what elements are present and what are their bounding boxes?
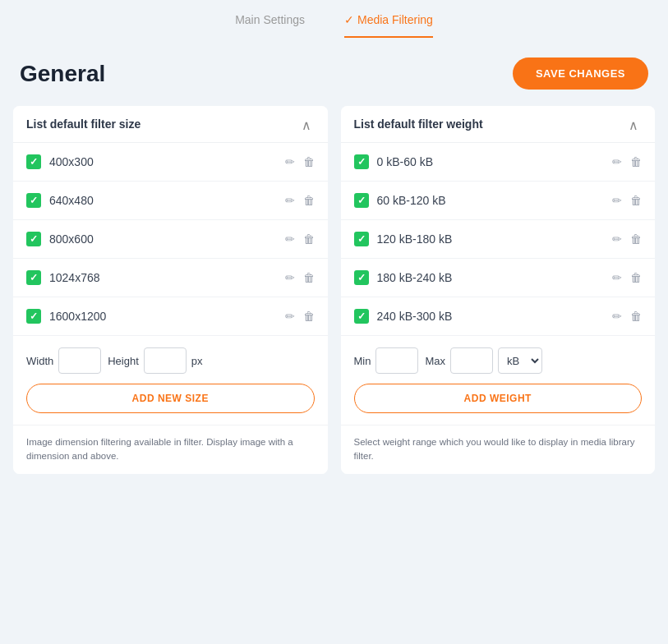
add-weight-button[interactable]: ADD WEIGHT	[354, 384, 643, 413]
weight-item-0: 0 kB-60 kB ✏ 🗑	[341, 143, 656, 182]
weight-item-actions-3: ✏ 🗑	[612, 271, 642, 284]
size-panel-header: List default filter size ∧	[13, 106, 328, 143]
weight-item-delete-icon-1[interactable]: 🗑	[630, 194, 642, 207]
height-label: Height	[108, 355, 139, 367]
weight-item-edit-icon-3[interactable]: ✏	[612, 271, 622, 284]
weight-add-row: Min Max kB MB ADD WEIGHT	[341, 335, 656, 425]
weight-item-label-1: 60 kB-120 kB	[377, 194, 446, 207]
size-item-edit-icon-1[interactable]: ✏	[285, 194, 295, 207]
size-panel: List default filter size ∧ 400x300 ✏ 🗑 6…	[13, 106, 328, 474]
size-item-edit-icon-0[interactable]: ✏	[285, 155, 295, 168]
weight-item-checkbox-0[interactable]	[354, 154, 369, 169]
min-input-group: Min	[354, 347, 419, 374]
size-item-left-2: 800x600	[26, 232, 94, 246]
size-item-label-3: 1024x768	[49, 271, 100, 284]
weight-panel: List default filter weight ∧ 0 kB-60 kB …	[341, 106, 656, 474]
size-unit-label: px	[191, 355, 203, 367]
weight-item-label-0: 0 kB-60 kB	[377, 155, 433, 168]
weight-item-delete-icon-0[interactable]: 🗑	[630, 155, 642, 168]
weight-item-left-0: 0 kB-60 kB	[354, 154, 433, 169]
tab-main-settings-label: Main Settings	[235, 13, 305, 26]
size-item-checkbox-4[interactable]	[26, 309, 41, 324]
size-item-delete-icon-2[interactable]: 🗑	[303, 232, 315, 246]
size-item-edit-icon-2[interactable]: ✏	[285, 232, 295, 246]
weight-item-actions-1: ✏ 🗑	[612, 194, 642, 207]
weight-item-checkbox-4[interactable]	[354, 309, 369, 324]
weight-item-2: 120 kB-180 kB ✏ 🗑	[341, 220, 656, 259]
weight-item-edit-icon-2[interactable]: ✏	[612, 232, 622, 246]
weight-item-label-3: 180 kB-240 kB	[377, 271, 453, 284]
max-input-group: Max kB MB	[425, 347, 542, 374]
weight-item-left-3: 180 kB-240 kB	[354, 270, 453, 285]
max-input[interactable]	[450, 347, 493, 374]
size-item-checkbox-0[interactable]	[26, 154, 41, 169]
tab-media-filtering-label: Media Filtering	[357, 13, 433, 26]
size-item-1: 640x480 ✏ 🗑	[13, 182, 328, 220]
weight-item-edit-icon-1[interactable]: ✏	[612, 194, 622, 207]
size-item-actions-0: ✏ 🗑	[285, 155, 315, 168]
weight-item-checkbox-1[interactable]	[354, 193, 369, 208]
size-item-delete-icon-4[interactable]: 🗑	[303, 310, 315, 323]
size-item-4: 1600x1200 ✏ 🗑	[13, 297, 328, 335]
size-item-label-4: 1600x1200	[49, 310, 106, 323]
weight-item-delete-icon-4[interactable]: 🗑	[630, 310, 642, 323]
size-item-checkbox-1[interactable]	[26, 193, 41, 208]
top-navigation: Main Settings ✓Media Filtering	[0, 0, 668, 38]
size-item-2: 800x600 ✏ 🗑	[13, 220, 328, 259]
size-inputs-row: Width Height px	[26, 347, 315, 374]
weight-item-edit-icon-0[interactable]: ✏	[612, 155, 622, 168]
main-content: List default filter size ∧ 400x300 ✏ 🗑 6…	[0, 106, 668, 487]
height-input[interactable]	[144, 347, 187, 374]
tab-media-filtering[interactable]: ✓Media Filtering	[344, 13, 433, 38]
width-input[interactable]	[58, 347, 101, 374]
weight-item-checkbox-2[interactable]	[354, 232, 369, 246]
size-panel-collapse-icon[interactable]: ∧	[302, 117, 315, 131]
size-item-actions-1: ✏ 🗑	[285, 194, 315, 207]
page-title: General	[20, 61, 105, 87]
size-item-3: 1024x768 ✏ 🗑	[13, 259, 328, 297]
weight-item-left-2: 120 kB-180 kB	[354, 232, 453, 246]
weight-item-1: 60 kB-120 kB ✏ 🗑	[341, 182, 656, 220]
check-icon: ✓	[344, 13, 354, 26]
weight-panel-header: List default filter weight ∧	[341, 106, 656, 143]
weight-item-label-4: 240 kB-300 kB	[377, 310, 453, 323]
add-size-button[interactable]: ADD NEW SIZE	[26, 384, 315, 413]
size-item-left-1: 640x480	[26, 193, 94, 208]
size-panel-title: List default filter size	[26, 117, 141, 131]
save-changes-button[interactable]: SAVE CHANGES	[513, 58, 648, 90]
tab-main-settings[interactable]: Main Settings	[235, 13, 305, 38]
weight-item-actions-0: ✏ 🗑	[612, 155, 642, 168]
min-label: Min	[354, 355, 371, 367]
weight-item-left-4: 240 kB-300 kB	[354, 309, 453, 324]
height-input-group: Height px	[108, 347, 202, 374]
weight-panel-collapse-icon[interactable]: ∧	[629, 117, 642, 131]
page-header: General SAVE CHANGES	[0, 38, 668, 106]
size-item-edit-icon-4[interactable]: ✏	[285, 310, 295, 323]
size-item-checkbox-3[interactable]	[26, 270, 41, 285]
weight-items-list: 0 kB-60 kB ✏ 🗑 60 kB-120 kB ✏ 🗑 120 kB-1…	[341, 143, 656, 335]
weight-item-left-1: 60 kB-120 kB	[354, 193, 446, 208]
size-item-label-1: 640x480	[49, 194, 94, 207]
size-item-delete-icon-1[interactable]: 🗑	[303, 194, 315, 207]
size-item-actions-4: ✏ 🗑	[285, 310, 315, 323]
size-item-edit-icon-3[interactable]: ✏	[285, 271, 295, 284]
weight-panel-footer-note: Select weight range which you would like…	[341, 425, 656, 474]
weight-item-delete-icon-2[interactable]: 🗑	[630, 232, 642, 246]
weight-item-checkbox-3[interactable]	[354, 270, 369, 285]
weight-unit-select[interactable]: kB MB	[498, 347, 542, 374]
size-add-row: Width Height px ADD NEW SIZE	[13, 335, 328, 425]
size-item-delete-icon-3[interactable]: 🗑	[303, 271, 315, 284]
size-item-label-2: 800x600	[49, 232, 94, 246]
weight-item-delete-icon-3[interactable]: 🗑	[630, 271, 642, 284]
size-item-left-0: 400x300	[26, 154, 94, 169]
size-item-actions-2: ✏ 🗑	[285, 232, 315, 246]
weight-item-label-2: 120 kB-180 kB	[377, 232, 453, 246]
width-label: Width	[26, 355, 53, 367]
size-item-0: 400x300 ✏ 🗑	[13, 143, 328, 182]
weight-item-edit-icon-4[interactable]: ✏	[612, 310, 622, 323]
size-item-delete-icon-0[interactable]: 🗑	[303, 155, 315, 168]
min-input[interactable]	[375, 347, 418, 374]
size-item-checkbox-2[interactable]	[26, 232, 41, 246]
weight-item-actions-2: ✏ 🗑	[612, 232, 642, 246]
weight-panel-title: List default filter weight	[354, 117, 483, 131]
